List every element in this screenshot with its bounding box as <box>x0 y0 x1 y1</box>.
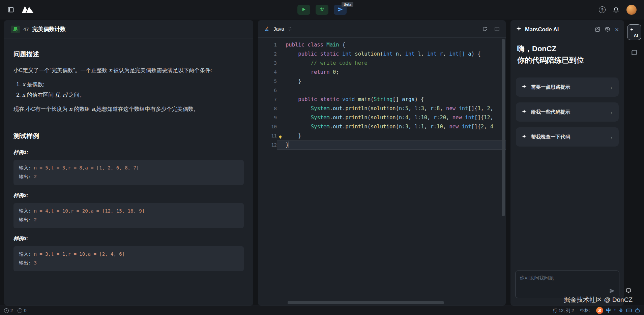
toolbox-icon[interactable] <box>635 308 640 313</box>
play-icon <box>302 7 306 12</box>
editor-vertical-scrollbar[interactable] <box>502 39 505 216</box>
text-segment: 的数组 <box>72 106 92 112</box>
sparkle-icon <box>521 133 527 140</box>
avatar[interactable] <box>626 5 637 15</box>
chat-input-box[interactable] <box>515 271 619 298</box>
input-label: 输入: <box>19 165 31 170</box>
arrow-right-icon: → <box>608 84 613 91</box>
condition-item: x 是偶数; <box>22 80 244 89</box>
text-segment: 是偶数; <box>25 82 45 87</box>
line-number: 9 <box>258 113 277 122</box>
warning-count[interactable]: ! 0 <box>18 308 26 313</box>
close-icon[interactable]: × <box>615 26 619 33</box>
submit-button[interactable]: Beta <box>334 5 347 15</box>
history-icon[interactable] <box>605 27 610 32</box>
cursor-position[interactable]: 行 12, 列 2 <box>553 308 574 314</box>
ime-punctuation-icon[interactable]: ’ <box>614 308 616 313</box>
math-symbol: x <box>22 81 25 88</box>
condition-item: x 的值在区间 [l, r] 之间。 <box>22 90 244 100</box>
sample-label: 样例1: <box>13 148 244 157</box>
suggestion-card-hint[interactable]: 需要一点思路提示 → <box>516 77 619 97</box>
indent-info[interactable]: 空格: <box>580 308 590 314</box>
keyboard-icon[interactable] <box>626 308 632 313</box>
sample-block: 输入:n = 3,l = 1,r = 10,a = [2, 4, 6] 输出:3 <box>13 246 244 271</box>
ai-panel-toggle[interactable]: AI <box>627 24 641 40</box>
sparkle-icon <box>521 108 527 116</box>
code-editor[interactable]: 1public class Main {2 public static int … <box>258 38 506 306</box>
input-label: 输入: <box>19 208 31 214</box>
math-symbol: x <box>22 92 25 98</box>
code-line[interactable]: 1public class Main { <box>258 40 506 50</box>
line-number: 6 <box>258 86 277 95</box>
suggestion-label: 需要一点思路提示 <box>531 84 608 90</box>
code-line[interactable]: 10 System.out.println(solution(n:3, l:1,… <box>258 122 506 131</box>
text-cursor <box>289 141 289 148</box>
code-line[interactable]: 6 <box>258 86 506 95</box>
problem-content[interactable]: 问题描述 小C定义了一个“完美偶数”。一个正整数 x 被认为是完美偶数需要满足以… <box>4 38 253 306</box>
line-number: 12 <box>258 140 277 150</box>
code-line[interactable]: 8 System.out.println(solution(n:5, l:3, … <box>258 104 506 113</box>
suggestion-card-review[interactable]: 帮我检查一下代码 → <box>516 127 619 147</box>
sogou-icon[interactable]: S <box>596 307 603 314</box>
sparkle-icon <box>516 26 522 33</box>
code-line[interactable]: 7 public static void main(String[] args)… <box>258 95 506 104</box>
text-segment: 的值在区间 <box>25 92 55 98</box>
reset-code-icon[interactable] <box>482 26 488 32</box>
math-symbol: n <box>69 106 72 112</box>
language-switch-icon[interactable] <box>288 27 292 31</box>
text-segment: 被认为是完美偶数需要满足以下两个条件: <box>112 67 212 73</box>
bell-icon[interactable] <box>613 7 619 13</box>
suggestion-card-code-hint[interactable]: 给我一些代码提示 → <box>516 102 619 122</box>
text-segment: ,她想知道在这个数组中有多少个完美偶数。 <box>95 106 199 112</box>
output-value: 2 <box>34 174 36 179</box>
help-icon[interactable]: ? <box>599 6 606 13</box>
code-line[interactable]: 3 // write code here <box>258 59 506 68</box>
debug-button[interactable] <box>316 5 328 15</box>
output-label: 输出: <box>19 174 31 179</box>
problem-paragraph: 现在,小C有一个长度为 n 的数组 a,她想知道在这个数组中有多少个完美偶数。 <box>13 104 244 114</box>
line-number: 1 <box>258 40 277 50</box>
arrow-right-icon: → <box>608 134 613 140</box>
line-number: 11 <box>258 131 277 140</box>
code-line[interactable]: 11 } <box>258 131 506 140</box>
tab-language-label[interactable]: Java <box>273 26 284 32</box>
send-icon[interactable] <box>609 288 615 295</box>
input-value: n = 5,l = 3,r = 8,a = [1, 2, 6, 8, 7] <box>34 165 139 170</box>
code-line[interactable]: 9 System.out.println(solution(n:4, l:10,… <box>258 113 506 122</box>
suggestion-label: 给我一些代码提示 <box>531 109 608 115</box>
code-area[interactable]: 1public class Main {2 public static int … <box>258 40 506 150</box>
library-icon[interactable] <box>631 50 638 56</box>
paper-plane-icon <box>338 7 343 13</box>
code-line[interactable]: 12} <box>258 140 506 150</box>
code-line[interactable]: 5 } <box>258 77 506 86</box>
code-line[interactable]: 2 public static int solution(int n, int … <box>258 50 506 59</box>
new-chat-icon[interactable] <box>595 27 600 32</box>
bug-icon <box>320 7 325 13</box>
code-line[interactable]: 4 return 0; <box>258 68 506 77</box>
sidebar-toggle-icon[interactable] <box>7 6 14 13</box>
editor-horizontal-scrollbar[interactable] <box>288 301 444 304</box>
watermark: 掘金技术社区 @ DonCZ <box>564 295 633 304</box>
popout-icon[interactable] <box>626 288 631 295</box>
sparkle-icon <box>630 27 634 33</box>
line-number: 4 <box>258 68 277 77</box>
input-value: n = 3,l = 1,r = 10,a = [2, 4, 6] <box>34 251 125 257</box>
beta-badge: Beta <box>342 2 353 7</box>
error-count[interactable]: × 2 <box>4 308 13 313</box>
mic-icon[interactable] <box>619 308 623 313</box>
output-label: 输出: <box>19 260 31 265</box>
sample-label: 样例3: <box>13 234 244 243</box>
run-button[interactable] <box>297 5 310 15</box>
output-value: 2 <box>34 217 36 222</box>
problem-panel: 易 47 完美偶数计数 问题描述 小C定义了一个“完美偶数”。一个正整数 x 被… <box>4 20 253 306</box>
arrow-right-icon: → <box>608 109 613 116</box>
ime-chinese-icon[interactable]: 中 <box>606 307 611 314</box>
app-logo-icon <box>22 5 34 14</box>
text-segment: 小C定义了一个“完美偶数”。一个正整数 <box>13 67 109 73</box>
math-symbol: [l, r] <box>55 92 67 98</box>
topbar: Beta ? <box>0 0 644 20</box>
difficulty-badge: 易 <box>11 26 20 33</box>
chat-input[interactable] <box>520 275 615 289</box>
ai-toggle-label: AI <box>634 33 638 38</box>
split-layout-icon[interactable] <box>494 26 500 32</box>
